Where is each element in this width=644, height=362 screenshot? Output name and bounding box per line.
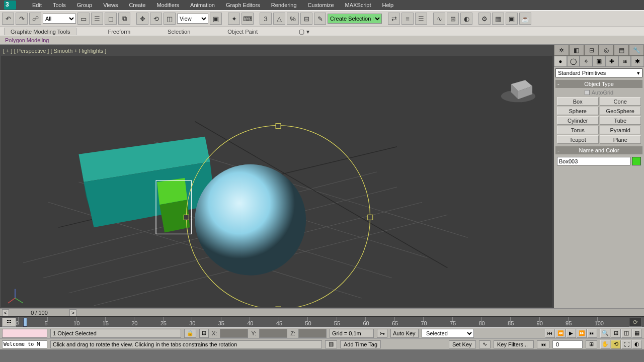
undo-icon[interactable]: ↶	[2, 13, 14, 25]
shapes-subtab-icon[interactable]: ◯	[567, 56, 580, 67]
primitive-torus-button[interactable]: Torus	[557, 126, 599, 134]
align-icon[interactable]: ≡	[401, 13, 414, 25]
primitive-cylinder-button[interactable]: Cylinder	[557, 116, 599, 125]
name-color-rollout-header[interactable]: - Name and Color	[555, 146, 642, 154]
maximize-viewport-icon[interactable]: ⛶	[621, 340, 631, 349]
mirror-icon[interactable]: ⇄	[388, 13, 400, 25]
comm-center-icon[interactable]: ▥	[325, 340, 337, 348]
render-setup-icon[interactable]: ⚙	[478, 13, 491, 25]
goto-start-icon[interactable]: ⏮	[545, 329, 555, 338]
modify-tab-icon[interactable]: ◧	[569, 45, 584, 56]
script-listener-mini[interactable]	[2, 329, 47, 338]
menu-edit[interactable]: Edit	[32, 2, 42, 8]
app-logo-icon[interactable]	[4, 1, 16, 10]
menu-rendering[interactable]: Rendering	[271, 2, 297, 8]
adaptive-degrade-icon[interactable]: 🗝	[377, 329, 387, 338]
primitive-sphere-button[interactable]: Sphere	[557, 107, 599, 115]
zoom-all-icon[interactable]: ⊞	[611, 329, 621, 338]
primitive-teapot-button[interactable]: Teapot	[557, 135, 599, 144]
menu-create[interactable]: Create	[129, 2, 145, 8]
spinner-snap-icon[interactable]: ⊟	[300, 13, 312, 25]
pivot-icon[interactable]: ▣	[210, 13, 222, 25]
time-config-button-icon[interactable]: ⊞	[586, 340, 597, 348]
angle-snap-icon[interactable]: △	[273, 13, 285, 25]
named-selection-select[interactable]: Create Selection Se	[328, 14, 382, 24]
primitive-cone-button[interactable]: Cone	[600, 97, 641, 106]
tab-freeform[interactable]: Freeform	[102, 28, 136, 35]
viewport-canvas[interactable]	[1, 56, 552, 307]
primitive-geosphere-button[interactable]: GeoSphere	[600, 107, 641, 115]
object-type-rollout-header[interactable]: - Object Type	[555, 80, 642, 88]
window-crossing-icon[interactable]: ⧉	[118, 13, 130, 25]
transform-type-in-icon[interactable]: ⊞	[199, 329, 209, 338]
select-region-icon[interactable]: ◻	[105, 13, 117, 25]
redo-icon[interactable]: ↷	[16, 13, 28, 25]
link-icon[interactable]: ☍	[29, 13, 41, 25]
snap-toggle-icon[interactable]: 3	[260, 13, 272, 25]
time-next-button[interactable]: >	[69, 309, 76, 316]
display-tab-icon[interactable]: ▤	[614, 45, 629, 56]
hierarchy-tab-icon[interactable]: ⊟	[584, 45, 599, 56]
viewport-label[interactable]: [ + ] [ Perspective ] [ Smooth + Highlig…	[3, 48, 106, 54]
geometry-subtab-icon[interactable]: ●	[554, 56, 567, 67]
play-icon[interactable]: ▶	[566, 329, 576, 338]
manipulate-icon[interactable]: ✦	[228, 13, 240, 25]
ref-coord-select[interactable]: View	[177, 14, 208, 24]
selection-filter-select[interactable]: All	[43, 14, 76, 24]
autokey-button[interactable]: Auto Key	[390, 329, 419, 338]
render-frame-icon[interactable]: ▦	[492, 13, 504, 25]
key-filters-button[interactable]: Key Filters...	[494, 340, 534, 348]
keyboard-shortcut-icon[interactable]: ⌨	[242, 13, 254, 25]
tab-object-paint[interactable]: Object Paint	[221, 28, 264, 35]
menu-modifiers[interactable]: Modifiers	[156, 2, 179, 8]
object-name-input[interactable]	[557, 157, 630, 165]
menu-customize[interactable]: Customize	[308, 2, 334, 8]
zoom-icon[interactable]: 🔍	[600, 329, 610, 338]
object-color-swatch[interactable]	[632, 157, 641, 165]
category-dropdown[interactable]: Standard Primitives▾	[555, 68, 642, 77]
z-coord-input[interactable]	[298, 329, 327, 338]
autogrid-checkbox[interactable]: AutoGrid	[557, 89, 641, 96]
lights-subtab-icon[interactable]: ✧	[580, 56, 593, 67]
next-frame-icon[interactable]: ⏩	[577, 329, 587, 338]
timeline-ruler[interactable]: ☷ 05 1015 2025 3035 4045 5055 6065 7075 …	[0, 316, 644, 327]
menu-animation[interactable]: Animation	[190, 2, 215, 8]
menu-maxscript[interactable]: MAXScript	[345, 2, 371, 8]
move-icon[interactable]: ✥	[136, 13, 148, 25]
render-icon[interactable]: ☕	[519, 13, 531, 25]
time-prev-button[interactable]: <	[2, 309, 9, 316]
render-prod-icon[interactable]: ▣	[506, 13, 518, 25]
menu-views[interactable]: Views	[103, 2, 118, 8]
trackbar-toggle-icon[interactable]: ☷	[2, 318, 16, 327]
key-mode-select[interactable]: Selected	[422, 329, 474, 338]
spacewarps-subtab-icon[interactable]: ≋	[618, 56, 631, 67]
helpers-subtab-icon[interactable]: ✚	[605, 56, 618, 67]
polygon-modeling-label[interactable]: Polygon Modeling	[5, 37, 49, 43]
key-mode-icon[interactable]: ∿	[479, 340, 491, 348]
percent-snap-icon[interactable]: %	[287, 13, 299, 25]
select-name-icon[interactable]: ☰	[91, 13, 103, 25]
rotate-icon[interactable]: ⟲	[150, 13, 162, 25]
primitive-box-button[interactable]: Box	[557, 97, 599, 106]
x-coord-input[interactable]	[220, 329, 248, 338]
maxscript-mini-listener[interactable]: Welcome to M	[2, 340, 47, 348]
create-tab-icon[interactable]: ✲	[554, 45, 569, 56]
select-object-icon[interactable]: ▭	[77, 13, 90, 25]
ribbon-dropdown-icon[interactable]: ▢ ▾	[299, 28, 309, 35]
scale-icon[interactable]: ◫	[164, 13, 176, 25]
menu-help[interactable]: Help	[382, 2, 394, 8]
current-frame-input[interactable]: 0	[552, 340, 583, 348]
menu-group[interactable]: Group	[77, 2, 93, 8]
primitive-pyramid-button[interactable]: Pyramid	[600, 126, 641, 134]
setkey-button[interactable]: Set Key	[449, 340, 476, 348]
systems-subtab-icon[interactable]: ✱	[631, 56, 644, 67]
zoom-extents-icon[interactable]: ◫	[621, 329, 631, 338]
curve-editor-icon[interactable]: ∿	[433, 13, 445, 25]
material-editor-icon[interactable]: ◐	[460, 13, 472, 25]
edit-named-sel-icon[interactable]: ✎	[314, 13, 326, 25]
pan-icon[interactable]: ✋	[600, 340, 610, 349]
tab-selection[interactable]: Selection	[162, 28, 196, 35]
prev-key-icon[interactable]: ⏮	[537, 340, 549, 348]
viewport[interactable]: [ + ] [ Perspective ] [ Smooth + Highlig…	[0, 45, 553, 308]
motion-tab-icon[interactable]: ◎	[599, 45, 614, 56]
